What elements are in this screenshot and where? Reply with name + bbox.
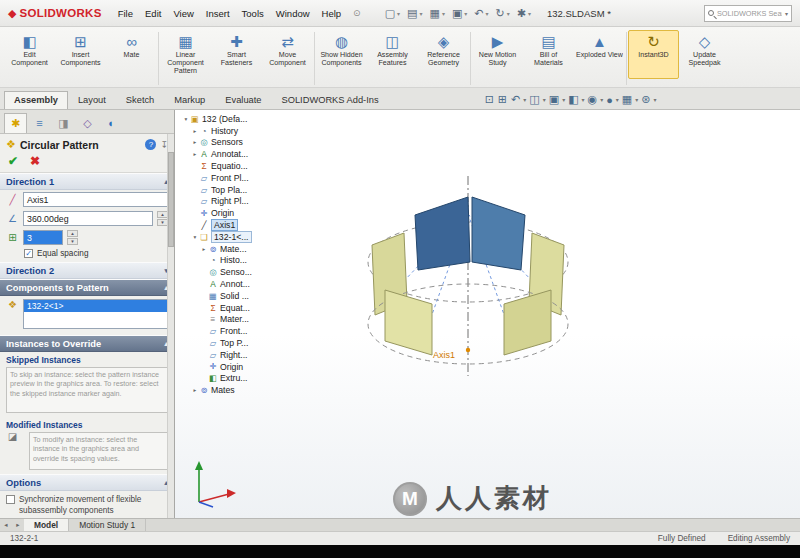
instances-spinner[interactable]: ▲▼ [67, 230, 78, 245]
tab-assembly[interactable]: Assembly [4, 91, 68, 109]
menu-edit[interactable]: Edit [139, 6, 167, 21]
reference-geometry-button[interactable]: ◈Reference Geometry [418, 30, 469, 79]
menu-tools[interactable]: Tools [236, 6, 270, 21]
menu-insert[interactable]: Insert [200, 6, 236, 21]
hide-show-items-icon[interactable]: ◉ [587, 93, 599, 106]
direction2-header[interactable]: Direction 2 ▾ [0, 262, 174, 279]
components-listbox[interactable]: 132-2<1> [23, 299, 168, 329]
chevron-right-icon[interactable]: ▸ [200, 246, 208, 252]
smart-fasteners-button[interactable]: ✚Smart Fasteners [211, 30, 262, 79]
components-to-pattern-header[interactable]: Components to Pattern ▴ [0, 279, 174, 296]
graphics-area[interactable]: ▾▣132 (Defa...▸◔History▸◎Sensors▸AAnnota… [175, 110, 800, 518]
tree-item[interactable]: ▦Solid ... [180, 290, 292, 302]
insert-components-button[interactable]: ⊞Insert Components [55, 30, 106, 79]
rebuild-button[interactable]: ↻ [494, 7, 507, 20]
chevron-down-icon[interactable]: ▾ [616, 96, 619, 103]
chevron-down-icon[interactable]: ▾ [600, 96, 603, 103]
bill-of-materials-button[interactable]: ▤Bill of Materials [523, 30, 574, 79]
axis-field[interactable]: Axis1 [23, 192, 168, 207]
print-button[interactable]: ▣ [450, 7, 464, 20]
panel-scrollbar[interactable] [167, 134, 174, 518]
chevron-down-icon[interactable]: ▾ [543, 96, 546, 103]
previous-view-icon[interactable]: ↶ [510, 93, 521, 106]
chevron-down-icon[interactable]: ▾ [507, 10, 510, 17]
tree-item[interactable]: ▱Right... [180, 349, 292, 361]
chevron-down-icon[interactable]: ▾ [528, 10, 531, 17]
zoom-fit-icon[interactable]: ⊡ [484, 93, 495, 106]
view-orientation-icon[interactable]: ▣ [548, 93, 560, 106]
chevron-down-icon[interactable]: ▾ [785, 10, 788, 17]
direction1-header[interactable]: Direction 1 ▴ [0, 173, 174, 190]
tree-item[interactable]: ◧Extru... [180, 373, 292, 385]
tree-item[interactable]: ▸⊚Mate... [180, 243, 292, 255]
open-button[interactable]: ▤ [405, 7, 419, 20]
sync-checkbox[interactable] [6, 495, 15, 504]
tree-item[interactable]: ▾▣132 (Defa... [180, 113, 292, 125]
chevron-down-icon[interactable]: ▾ [523, 96, 526, 103]
cancel-button[interactable]: ✖ [30, 154, 40, 168]
options-header[interactable]: Options ▴ [0, 474, 174, 491]
tree-item[interactable]: ▱Top P... [180, 337, 292, 349]
angle-field[interactable]: 360.00deg [23, 211, 153, 226]
tab-model[interactable]: Model [24, 519, 69, 531]
menu-view[interactable]: View [167, 6, 199, 21]
tree-item[interactable]: ▾❏132-1<... [180, 231, 292, 243]
search-box[interactable]: SOLIDWORKS Search ▾ [704, 5, 792, 22]
tree-item[interactable]: ΣEquat... [180, 302, 292, 314]
view-settings-icon[interactable]: ⊛ [640, 93, 651, 106]
tree-item[interactable]: ▱Front... [180, 325, 292, 337]
display-manager-tab[interactable]: ◐ [100, 113, 123, 133]
tree-item[interactable]: ▱Top Pla... [180, 184, 292, 196]
tree-item[interactable]: ▸⊚Mates [180, 384, 292, 396]
options-button[interactable]: ✱ [515, 7, 528, 20]
tab-evaluate[interactable]: Evaluate [215, 91, 271, 109]
chevron-down-icon[interactable]: ▾ [419, 10, 422, 17]
tab-solidworks-add-ins[interactable]: SOLIDWORKS Add-Ins [271, 91, 388, 109]
tree-item[interactable]: ΣEquatio... [180, 160, 292, 172]
chevron-right-icon[interactable]: ▸ [191, 151, 199, 157]
scrollbar-thumb[interactable] [168, 152, 174, 247]
chevron-down-icon[interactable]: ▾ [562, 96, 565, 103]
skipped-instances-box[interactable]: To skip an instance: select the pattern … [6, 367, 168, 413]
component-list-item[interactable]: 132-2<1> [24, 300, 167, 312]
scroll-left-icon[interactable]: ◂ [0, 519, 12, 531]
update-speedpak-button[interactable]: ◇Update Speedpak [679, 30, 730, 79]
sync-option-row[interactable]: Synchronize movement of flexible subasse… [0, 491, 174, 518]
undo-button[interactable]: ↶ [472, 7, 485, 20]
pin-icon[interactable]: ⊙ [353, 8, 361, 18]
new-button[interactable]: ▢ [383, 7, 397, 20]
tab-sketch[interactable]: Sketch [116, 91, 164, 109]
show-hidden-components-button[interactable]: ◍Show Hidden Components [316, 30, 367, 79]
tree-item[interactable]: AAnnot... [180, 278, 292, 290]
tree-item[interactable]: ▸◔History [180, 125, 292, 137]
move-component-button[interactable]: ⇄Move Component [262, 30, 313, 79]
chevron-down-icon[interactable]: ▾ [582, 96, 585, 103]
chevron-down-icon[interactable]: ▾ [442, 10, 445, 17]
instances-field[interactable]: 3 [23, 230, 63, 245]
tab-markup[interactable]: Markup [164, 91, 215, 109]
tree-item[interactable]: ≡Mater... [180, 314, 292, 326]
menu-help[interactable]: Help [316, 6, 348, 21]
tree-item[interactable]: ✛Origin [180, 207, 292, 219]
tree-item[interactable]: ▸AAnnotat... [180, 148, 292, 160]
edit-appearance-icon[interactable]: ● [605, 94, 614, 106]
scroll-right-icon[interactable]: ▸ [12, 519, 24, 531]
tree-item[interactable]: ▱Right Pl... [180, 196, 292, 208]
help-icon[interactable]: ? [145, 139, 156, 150]
tab-motion-study-1[interactable]: Motion Study 1 [69, 519, 146, 531]
ok-button[interactable]: ✔ [8, 154, 18, 168]
tree-item[interactable]: ▸◎Sensors [180, 137, 292, 149]
dimxpert-manager-tab[interactable]: ◇ [76, 113, 99, 133]
seed-component-panel[interactable] [472, 197, 525, 270]
menu-file[interactable]: File [112, 6, 139, 21]
mate-button[interactable]: ∞Mate [106, 30, 157, 79]
edit-component-button[interactable]: ◧Edit Component [4, 30, 55, 79]
save-button[interactable]: ▦ [428, 7, 442, 20]
tree-item[interactable]: ╱Axis1 [180, 219, 292, 231]
tree-item[interactable]: ▱Front Pl... [180, 172, 292, 184]
equal-spacing-checkbox[interactable]: ✓ [24, 249, 33, 258]
chevron-down-icon[interactable]: ▾ [464, 10, 467, 17]
apply-scene-icon[interactable]: ▦ [621, 93, 633, 106]
display-style-icon[interactable]: ◧ [567, 93, 579, 106]
chevron-right-icon[interactable]: ▸ [191, 387, 199, 393]
